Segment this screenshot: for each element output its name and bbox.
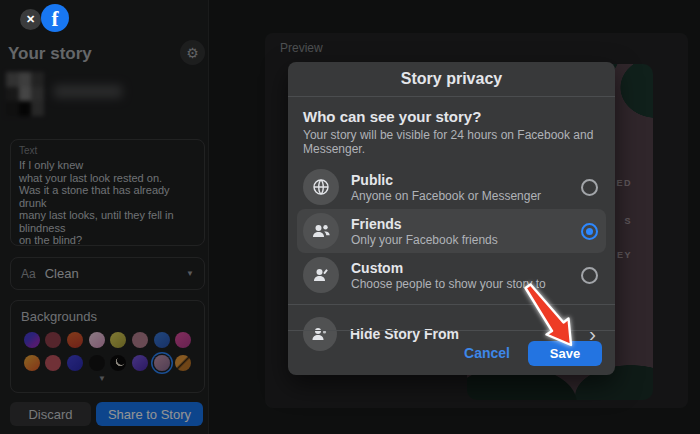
dialog-header: Story privacy xyxy=(288,62,615,97)
radio-custom[interactable] xyxy=(581,267,598,284)
option-label: Friends xyxy=(351,216,581,232)
privacy-option-friends[interactable]: Friends Only your Facebook friends xyxy=(297,209,606,253)
option-description: Choose people to show your story to xyxy=(351,277,581,291)
person-edit-icon xyxy=(303,257,339,293)
option-description: Anyone on Facebook or Messenger xyxy=(351,189,581,203)
friends-icon xyxy=(303,213,339,249)
close-icon: ✕ xyxy=(26,13,35,26)
privacy-question: Who can see your story? xyxy=(303,108,600,125)
cancel-button[interactable]: Cancel xyxy=(464,345,510,361)
privacy-option-public[interactable]: Public Anyone on Facebook or Messenger xyxy=(297,165,606,209)
globe-icon xyxy=(303,169,339,205)
option-description: Only your Facebook friends xyxy=(351,233,581,247)
option-label: Public xyxy=(351,172,581,188)
radio-public[interactable] xyxy=(581,179,598,196)
story-composer-app: Your story ⚙ Text If I only knew what yo… xyxy=(0,0,700,434)
close-button[interactable]: ✕ xyxy=(20,9,41,30)
privacy-option-custom[interactable]: Custom Choose people to show your story … xyxy=(297,253,606,297)
facebook-logo-icon[interactable]: f xyxy=(41,4,69,32)
radio-friends[interactable] xyxy=(581,223,598,240)
privacy-description: Your story will be visible for 24 hours … xyxy=(303,128,600,156)
story-privacy-dialog: Story privacy Who can see your story? Yo… xyxy=(288,62,615,375)
dialog-title: Story privacy xyxy=(401,70,502,88)
dialog-footer: Cancel Save xyxy=(288,330,615,375)
save-button[interactable]: Save xyxy=(528,341,602,366)
divider xyxy=(288,304,615,305)
privacy-options: Public Anyone on Facebook or Messenger xyxy=(303,165,600,297)
option-label: Custom xyxy=(351,260,581,276)
dialog-body: Who can see your story? Your story will … xyxy=(288,97,615,357)
